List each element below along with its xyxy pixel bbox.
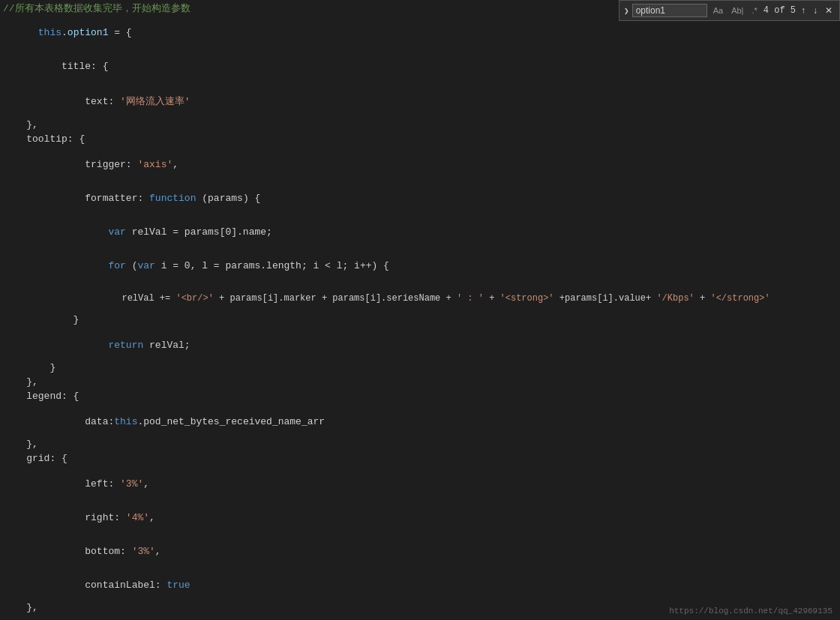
search-input[interactable] [632, 4, 707, 17]
line-3-content: text: '网络流入速率' [3, 83, 840, 119]
line-5-content: tooltip: { [3, 133, 840, 145]
code-area: //所有本表格数据收集完毕，开始构造参数 this.option1 = { ti… [0, 0, 840, 620]
blank-1 [3, 616, 840, 620]
line-17-content: }, [3, 439, 840, 450]
line-13-content: } [3, 362, 840, 373]
line-16-content: data:this.pod_net_bytes_received_name_ar… [3, 405, 840, 439]
match-case-button[interactable]: Aa [710, 4, 726, 16]
code-line-19: left: '3%', [0, 467, 840, 501]
code-line-5: tooltip: { [0, 133, 840, 148]
line-8-content: var relVal = params[0].name; [3, 215, 840, 249]
code-line-9: for (var i = 0, l = params.length; i < l… [0, 249, 840, 283]
search-prev-button[interactable]: ↑ [799, 4, 808, 16]
regex-button[interactable]: .* [748, 4, 760, 16]
code-line-8: var relVal = params[0].name; [0, 215, 840, 249]
code-line-blank-1 [0, 616, 840, 620]
code-line-20: right: '4%', [0, 501, 840, 535]
code-line-18: grid: { [0, 453, 840, 467]
line-4-content: }, [3, 119, 840, 130]
code-line-11: } [0, 314, 840, 328]
code-line-22: containLabel: true [0, 568, 840, 602]
code-line-10: relVal += '<br/>' + params[i].marker + p… [0, 283, 840, 314]
code-line-13: } [0, 362, 840, 376]
line-6-content: trigger: 'axis', [3, 148, 840, 181]
code-line-6: trigger: 'axis', [0, 148, 840, 181]
line-20-content: right: '4%', [3, 501, 840, 535]
code-line-16: data:this.pod_net_bytes_received_name_ar… [0, 405, 840, 439]
search-result-count: 4 of 5 [764, 5, 796, 16]
line-18-content: grid: { [3, 453, 840, 464]
search-next-button[interactable]: ↓ [811, 4, 820, 16]
line-7-content: formatter: function (params) { [3, 181, 840, 215]
line-2-content: title: { [3, 49, 840, 83]
search-bar: ❯ Aa Ab| .* 4 of 5 ↑ ↓ ✕ [619, 0, 840, 21]
code-line-21: bottom: '3%', [0, 535, 840, 568]
code-line-2: title: { [0, 49, 840, 83]
code-line-7: formatter: function (params) { [0, 181, 840, 215]
code-line-15: legend: { [0, 391, 840, 405]
line-19-content: left: '3%', [3, 467, 840, 501]
code-line-3: text: '网络流入速率' [0, 83, 840, 119]
search-options: Aa Ab| .* [710, 4, 760, 16]
match-word-button[interactable]: Ab| [728, 4, 746, 16]
code-line-4: }, [0, 119, 840, 133]
search-arrow-icon: ❯ [624, 6, 629, 16]
line-12-content: return relVal; [3, 328, 840, 362]
code-line-17: }, [0, 439, 840, 453]
line-21-content: bottom: '3%', [3, 535, 840, 568]
line-9-content: for (var i = 0, l = params.length; i < l… [3, 249, 840, 283]
code-line-12: return relVal; [0, 328, 840, 362]
line-10-content: relVal += '<br/>' + params[i].marker + p… [3, 283, 840, 314]
search-close-button[interactable]: ✕ [823, 4, 835, 16]
line-15-content: legend: { [3, 391, 840, 402]
code-line-14: }, [0, 376, 840, 391]
watermark: https://blog.csdn.net/qq_42969135 [669, 607, 832, 616]
line-14-content: }, [3, 376, 840, 388]
line-22-content: containLabel: true [3, 568, 840, 602]
line-11-content: } [3, 314, 840, 325]
